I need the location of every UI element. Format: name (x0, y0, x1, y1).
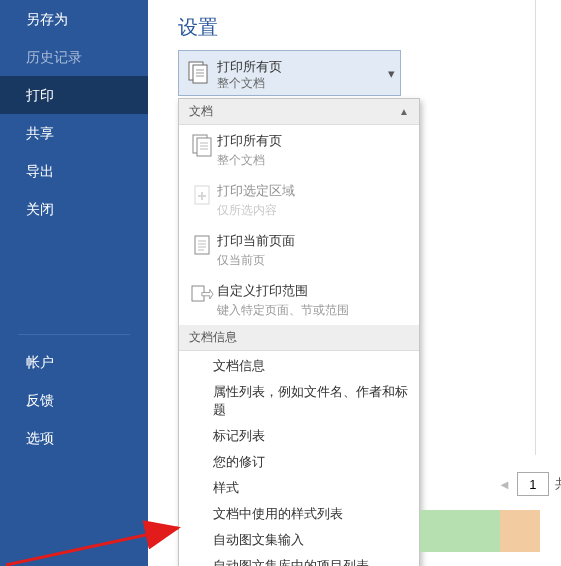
sidebar-item-feedback[interactable]: 反馈 (0, 381, 148, 419)
menu-opt-selection[interactable]: 打印选定区域 仅所选内容 (179, 175, 419, 225)
svg-rect-6 (197, 138, 211, 156)
sidebar-item-close[interactable]: 关闭 (0, 190, 148, 228)
info-item-styles[interactable]: 样式 (179, 475, 419, 501)
page-prev-icon[interactable]: ◄ (498, 477, 511, 492)
info-item-autotext-items[interactable]: 自动图文集库中的项目列表 (179, 553, 419, 566)
menu-opt-current-page[interactable]: 打印当前页面 仅当前页 (179, 225, 419, 275)
info-item-properties[interactable]: 属性列表，例如文件名、作者和标题 (179, 379, 419, 423)
preview-color-strip (420, 510, 540, 552)
sidebar-item-account[interactable]: 帐户 (0, 343, 148, 381)
sidebar-item-history[interactable]: 历史记录 (0, 38, 148, 76)
preview-border (535, 0, 536, 455)
svg-rect-13 (195, 236, 209, 254)
sidebar-item-share[interactable]: 共享 (0, 114, 148, 152)
info-item-autotext-input[interactable]: 自动图文集输入 (179, 527, 419, 553)
page-navigator: ◄ 共 (498, 472, 561, 496)
page-arrow-icon (187, 281, 217, 311)
sidebar-item-export[interactable]: 导出 (0, 152, 148, 190)
info-item-revisions[interactable]: 您的修订 (179, 449, 419, 475)
dropdown-line2: 整个文档 (217, 75, 382, 92)
info-item-styles-used[interactable]: 文档中使用的样式列表 (179, 501, 419, 527)
page-number-input[interactable] (517, 472, 549, 496)
section-header-document: 文档 ▲ (179, 99, 419, 125)
section-header-docinfo: 文档信息 (179, 325, 419, 351)
page-plus-icon (187, 181, 217, 211)
page-icon (187, 231, 217, 261)
backstage-sidebar: 另存为 历史记录 打印 共享 导出 关闭 帐户 反馈 选项 (0, 0, 148, 566)
dropdown-line1: 打印所有页 (217, 58, 382, 75)
print-range-dropdown[interactable]: 打印所有页 整个文档 ▾ (178, 50, 401, 96)
svg-rect-1 (193, 65, 207, 83)
print-range-menu: 文档 ▲ 打印所有页 整个文档 打印选定区域 仅所选内容 (178, 98, 420, 566)
chevron-down-icon: ▾ (382, 66, 400, 81)
pages-icon (179, 51, 217, 95)
sidebar-item-options[interactable]: 选项 (0, 419, 148, 457)
info-item-markup-list[interactable]: 标记列表 (179, 423, 419, 449)
sidebar-item-print[interactable]: 打印 (0, 76, 148, 114)
sidebar-divider (18, 334, 130, 335)
page-total-label: 共 (555, 475, 561, 493)
menu-opt-custom-range[interactable]: 自定义打印范围 键入特定页面、节或范围 (179, 275, 419, 325)
menu-opt-all-pages[interactable]: 打印所有页 整个文档 (179, 125, 419, 175)
settings-heading: 设置 (148, 0, 218, 51)
info-item-docinfo[interactable]: 文档信息 (179, 353, 419, 379)
sidebar-item-saveas[interactable]: 另存为 (0, 0, 148, 38)
scroll-up-icon[interactable]: ▲ (399, 106, 409, 117)
pages-icon (187, 131, 217, 161)
